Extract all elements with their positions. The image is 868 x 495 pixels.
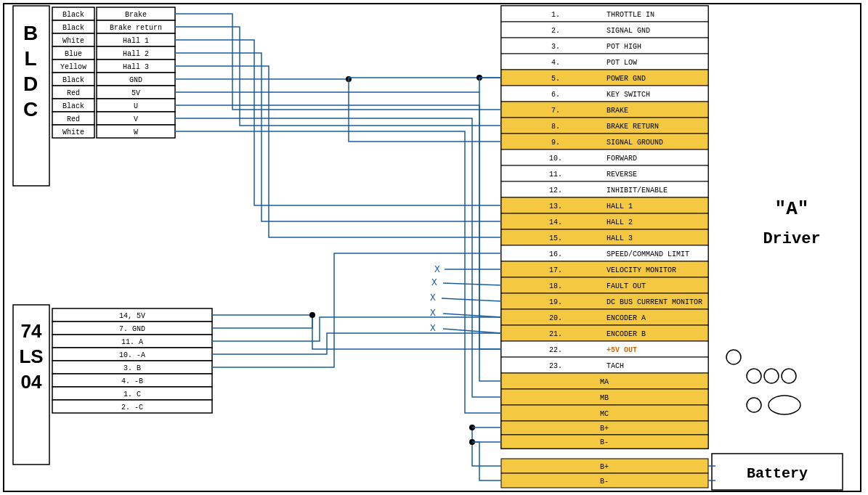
driver-pin-num-1: 1. [551, 11, 560, 19]
bldc-pin-7: 5V [131, 89, 140, 97]
wiring-diagram: B L D C Black Brake Black Brake return W… [0, 0, 868, 495]
driver-pin-name-2: SIGNAL GND [607, 27, 650, 35]
ic-pin-1: 14, 5V [119, 312, 145, 320]
junction-ic [309, 312, 315, 318]
wire-mc [175, 131, 501, 413]
bldc-color-7: Red [67, 89, 80, 97]
wire-ic-na [212, 333, 501, 354]
x-mark-17: X [434, 264, 440, 275]
driver-pin-num-4: 4. [551, 59, 560, 67]
driver-pin-name-8: BRAKE RETURN [607, 123, 659, 131]
svg-rect-38 [501, 165, 708, 181]
wire-hall2 [175, 53, 501, 221]
driver-pin-name-15: HALL 3 [607, 234, 633, 242]
driver-pin-name-13: HALL 1 [607, 202, 633, 210]
driver-pin-num-12: 12. [549, 187, 562, 195]
bldc-pin-1: Brake [125, 11, 147, 19]
driver-pin-name-18: FAULT OUT [607, 282, 646, 290]
ic-pin-3: 11. A [121, 338, 143, 346]
driver-pin-num-6: 6. [551, 91, 560, 99]
svg-rect-41 [501, 213, 708, 229]
driver-pin-name-9: SIGNAL GROUND [607, 139, 663, 147]
ic-label-74: 74 [21, 320, 42, 342]
bldc-pin-4: Hall 2 [123, 50, 149, 58]
wire-ic-a [212, 317, 501, 341]
battery-pin-bminus: B- [600, 478, 609, 486]
driver-pin-num-5: 5. [551, 75, 560, 83]
svg-rect-30 [501, 38, 708, 54]
wire-bplus-main [472, 428, 501, 466]
svg-rect-33 [501, 86, 708, 102]
driver-pin-num-8: 8. [551, 123, 560, 131]
svg-rect-49 [501, 341, 708, 357]
driver-title-quote: "A" [775, 198, 809, 220]
x-mark-21: X [430, 323, 436, 334]
bldc-label-l: L [24, 47, 38, 70]
driver-pin-name-6: KEY SWITCH [607, 91, 650, 99]
wire-to-19 [442, 298, 501, 301]
bldc-pin-9: V [134, 115, 138, 123]
bldc-pin-3: Hall 1 [123, 37, 149, 45]
driver-pin-name-10: FORWARD [607, 155, 637, 163]
x-mark-19: X [430, 292, 436, 303]
svg-rect-35 [501, 118, 708, 134]
driver-pin-name-20: ENCODER A [607, 314, 646, 322]
driver-pin-num-3: 3. [551, 43, 560, 51]
driver-pin-name-19: DC BUS CURRENT MONITOR [607, 298, 702, 306]
svg-rect-29 [501, 22, 708, 38]
driver-pin-ma: MA [600, 378, 609, 386]
svg-rect-32 [501, 70, 708, 86]
driver-pin-bminus: B- [600, 438, 609, 446]
wire-hall1 [175, 40, 501, 205]
driver-pin-num-22: 22. [549, 346, 562, 354]
svg-rect-39 [501, 181, 708, 197]
driver-pin-num-7: 7. [551, 107, 560, 115]
bldc-pin-2: Brake return [110, 24, 162, 32]
svg-rect-44 [501, 261, 708, 277]
connector-circle-4 [782, 369, 796, 383]
svg-rect-31 [501, 54, 708, 70]
bldc-color-10: White [62, 128, 84, 136]
ic-pin-2: 7. GND [119, 325, 145, 333]
svg-rect-48 [501, 325, 708, 341]
driver-pin-name-4: POT LOW [607, 59, 637, 67]
wire-ic-5v [212, 315, 501, 349]
driver-pin-name-17: VELOCITY MONITOR [607, 266, 676, 274]
svg-rect-45 [501, 277, 708, 293]
ic-pin-7: 1. C [123, 390, 141, 398]
wire-brake-return [175, 27, 501, 126]
connector-oval [768, 396, 800, 414]
driver-pin-name-14: HALL 2 [607, 218, 633, 226]
driver-pin-num-16: 16. [549, 250, 562, 258]
wire-5v-out [175, 92, 501, 349]
bldc-label-c: C [23, 98, 39, 120]
driver-pin-num-9: 9. [551, 139, 560, 147]
driver-pin-num-23: 23. [549, 362, 562, 370]
ic-label-ls: LS [19, 345, 43, 367]
bldc-pin-10: W [134, 128, 138, 136]
driver-title: Driver [763, 230, 820, 248]
ic-pin-8: 2. -C [121, 404, 143, 412]
wire-mb [175, 118, 501, 397]
driver-pin-num-17: 17. [549, 266, 562, 274]
ic-pin-6: 4. -B [121, 377, 143, 385]
bldc-label-b: B [23, 22, 39, 44]
x-mark-20: X [430, 308, 436, 319]
driver-pin-num-14: 14. [549, 218, 562, 226]
svg-rect-40 [501, 197, 708, 213]
driver-pin-num-13: 13. [549, 202, 562, 210]
connector-circle-5 [747, 398, 761, 412]
bldc-color-5: Yellow [60, 63, 86, 71]
svg-rect-34 [501, 102, 708, 118]
driver-pin-num-20: 20. [549, 314, 562, 322]
driver-pin-num-19: 19. [549, 298, 562, 306]
svg-rect-36 [501, 134, 708, 150]
ic-pin-5: 3. B [123, 364, 141, 372]
driver-pin-name-23: TACH [607, 362, 624, 370]
driver-pin-num-11: 11. [549, 171, 562, 179]
wire-signd [349, 79, 501, 142]
driver-pin-name-22: +5V OUT [607, 346, 637, 354]
svg-rect-50 [501, 357, 708, 373]
driver-pin-num-18: 18. [549, 282, 562, 290]
battery-pin-bplus: B+ [600, 463, 609, 471]
